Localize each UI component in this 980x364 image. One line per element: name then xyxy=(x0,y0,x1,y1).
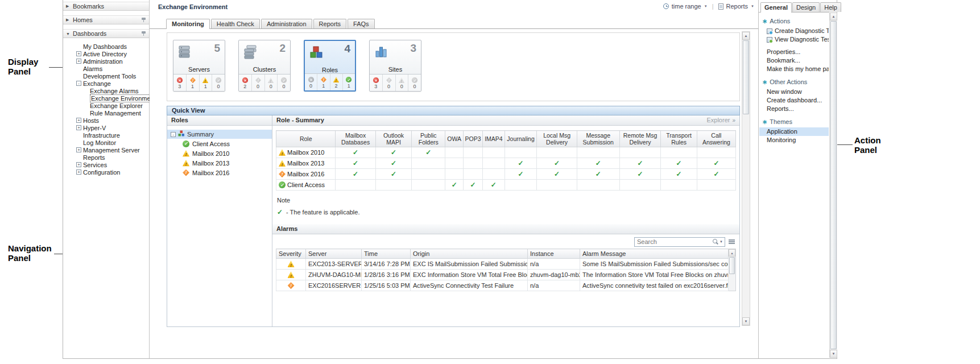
minus-box-icon[interactable] xyxy=(171,132,176,137)
scrollbar-thumb[interactable] xyxy=(830,21,837,349)
action-view-diagnostic-tests[interactable]: View Diagnostic Tests xyxy=(759,35,829,44)
plus-box-icon[interactable] xyxy=(76,125,81,130)
scroll-down-icon[interactable] xyxy=(742,317,750,325)
action-bookmark[interactable]: Bookmark... xyxy=(759,56,829,65)
roles-tree-item-client-access[interactable]: Client Access xyxy=(167,139,272,148)
action-new-window[interactable]: New window xyxy=(759,88,829,96)
tile-stat-fatal[interactable]: 0 xyxy=(305,74,317,90)
tab-administration[interactable]: Administration xyxy=(261,19,312,28)
column-header[interactable]: Instance xyxy=(528,249,580,259)
pin-icon[interactable] xyxy=(141,31,146,36)
roles-tree-item-mailbox-2010[interactable]: Mailbox 2010 xyxy=(167,148,272,158)
tab-health-check[interactable]: Health Check xyxy=(211,19,260,28)
tile-stat-critical[interactable]: 1 xyxy=(317,74,329,90)
pin-icon[interactable] xyxy=(141,17,146,23)
themes-section-header[interactable]: Themes xyxy=(762,118,826,125)
roles-tree-item-mailbox-2016[interactable]: Mailbox 2016 xyxy=(167,168,272,177)
tile-stat-warning[interactable]: 2 xyxy=(330,74,342,90)
column-header[interactable]: Mailbox Databases xyxy=(336,131,375,147)
column-header[interactable]: Local Msg Delivery xyxy=(537,131,577,147)
column-header[interactable]: Journaling xyxy=(505,131,537,147)
plus-box-icon[interactable] xyxy=(76,169,81,175)
tile-stat-fatal[interactable]: 2 xyxy=(239,75,251,91)
plus-box-icon[interactable] xyxy=(76,59,81,64)
table-row[interactable]: Client Access ✓ ✓ ✓ xyxy=(276,180,736,191)
tab-general[interactable]: General xyxy=(760,2,792,13)
nav-item-my-dashboards[interactable]: My Dashboards xyxy=(63,43,149,50)
tile-stat-critical[interactable]: 0 xyxy=(251,75,264,91)
alarm-row[interactable]: EXC2013-SERVER 3/14/16 7:28 PM EXC IS Ma… xyxy=(276,259,729,270)
tab-faqs[interactable]: FAQs xyxy=(348,19,375,28)
nav-item-management-server[interactable]: Management Server xyxy=(63,146,149,154)
actions-section-header[interactable]: Actions xyxy=(762,18,826,24)
nav-item-rule-management[interactable]: Rule Management xyxy=(63,109,149,117)
nav-item-infrastructure[interactable]: Infrastructure xyxy=(63,131,149,139)
nav-item-reports[interactable]: Reports xyxy=(63,154,149,161)
scroll-up-icon[interactable] xyxy=(830,13,837,20)
tile-stat-fatal[interactable]: 3 xyxy=(370,75,382,91)
alarm-row[interactable]: EXC2016SERVER 1/25/16 5:03 PM ActiveSync… xyxy=(276,280,729,291)
minus-box-icon[interactable] xyxy=(76,81,81,86)
column-header[interactable]: Public Folders xyxy=(412,131,445,147)
column-header[interactable]: Origin xyxy=(411,249,528,259)
tile-roles[interactable]: 4 Roles 0 1 2 1 xyxy=(304,40,356,92)
tile-stat-warning[interactable]: 1 xyxy=(199,75,212,91)
nav-item-exchange-environment[interactable]: Exchange Environment xyxy=(63,94,149,102)
scrollbar-thumb[interactable] xyxy=(743,40,749,114)
nav-item-alarms[interactable]: Alarms xyxy=(63,65,149,72)
nav-item-exchange-explorer[interactable]: Exchange Explorer xyxy=(63,102,149,109)
nav-item-development-tools[interactable]: Development Tools xyxy=(63,72,149,80)
main-vertical-scrollbar[interactable] xyxy=(742,31,750,326)
action-make-home-page[interactable]: Make this my home page xyxy=(759,65,829,73)
tab-monitoring[interactable]: Monitoring xyxy=(166,19,210,29)
tab-help[interactable]: Help xyxy=(820,2,841,12)
tile-stat-warning[interactable]: 0 xyxy=(395,75,408,91)
plus-box-icon[interactable] xyxy=(76,51,81,56)
caret-down-icon[interactable] xyxy=(751,5,754,8)
theme-monitoring[interactable]: Monitoring xyxy=(759,136,829,144)
column-header[interactable]: Call Answering xyxy=(697,131,735,147)
plus-box-icon[interactable] xyxy=(76,147,81,152)
plus-box-icon[interactable] xyxy=(76,118,81,123)
tile-stat-normal[interactable]: 0 xyxy=(277,75,290,91)
search-input[interactable] xyxy=(635,238,713,245)
theme-application[interactable]: Application xyxy=(759,127,829,136)
column-header[interactable]: Server xyxy=(306,249,362,259)
tile-sites[interactable]: 3 Sites 3 0 0 0 xyxy=(369,40,421,92)
tile-stat-fatal[interactable]: 3 xyxy=(173,75,186,91)
nav-item-administration[interactable]: Administration xyxy=(63,57,149,65)
tile-stat-critical[interactable]: 1 xyxy=(186,75,199,91)
action-create-diagnostic-test[interactable]: Create Diagnostic Test... xyxy=(759,27,829,35)
nav-item-hosts[interactable]: Hosts xyxy=(63,117,149,124)
nav-item-exchange-alarms[interactable]: Exchange Alarms xyxy=(63,87,149,94)
column-header[interactable]: Severity xyxy=(276,249,306,259)
tile-stat-critical[interactable]: 0 xyxy=(382,75,395,91)
nav-item-services[interactable]: Services xyxy=(63,161,149,168)
tile-stat-normal[interactable]: 0 xyxy=(408,75,421,91)
table-row[interactable]: Mailbox 2016 ✓ ✓ ✓ ✓ ✓ ✓ xyxy=(276,169,736,180)
action-reports[interactable]: Reports... xyxy=(759,105,829,113)
magnifier-icon[interactable] xyxy=(713,239,718,245)
caret-down-icon[interactable] xyxy=(704,5,708,8)
alarm-table-scrollbar[interactable] xyxy=(729,249,736,291)
column-header[interactable]: OWA xyxy=(445,131,464,147)
nav-section-dashboards[interactable]: Dashboards xyxy=(63,29,149,38)
scroll-up-icon[interactable] xyxy=(729,249,735,257)
explorer-link[interactable]: Explorer xyxy=(706,115,735,125)
plus-box-icon[interactable] xyxy=(76,162,81,167)
scroll-up-icon[interactable] xyxy=(742,32,750,40)
tile-clusters[interactable]: 2 Clusters 2 0 0 0 xyxy=(238,40,291,92)
column-header[interactable]: POP3 xyxy=(464,131,483,147)
roles-tree-item-mailbox-2013[interactable]: Mailbox 2013 xyxy=(167,158,272,168)
tab-reports[interactable]: Reports xyxy=(313,19,347,28)
nav-item-hyper-v[interactable]: Hyper-V xyxy=(63,124,149,131)
tab-design[interactable]: Design xyxy=(792,2,820,12)
action-panel-scrollbar[interactable] xyxy=(829,13,837,358)
column-header[interactable]: Role xyxy=(276,131,336,147)
column-header[interactable]: Alarm Message xyxy=(580,249,729,259)
scroll-down-icon[interactable] xyxy=(830,350,837,358)
alarm-row[interactable]: ZHUVM-DAG10-MB2 1/28/16 3:16 PM EXC Info… xyxy=(276,270,729,280)
tile-stat-normal[interactable]: 0 xyxy=(212,75,225,91)
table-settings-icon[interactable] xyxy=(729,239,735,245)
column-header[interactable]: Transport Rules xyxy=(661,131,697,147)
